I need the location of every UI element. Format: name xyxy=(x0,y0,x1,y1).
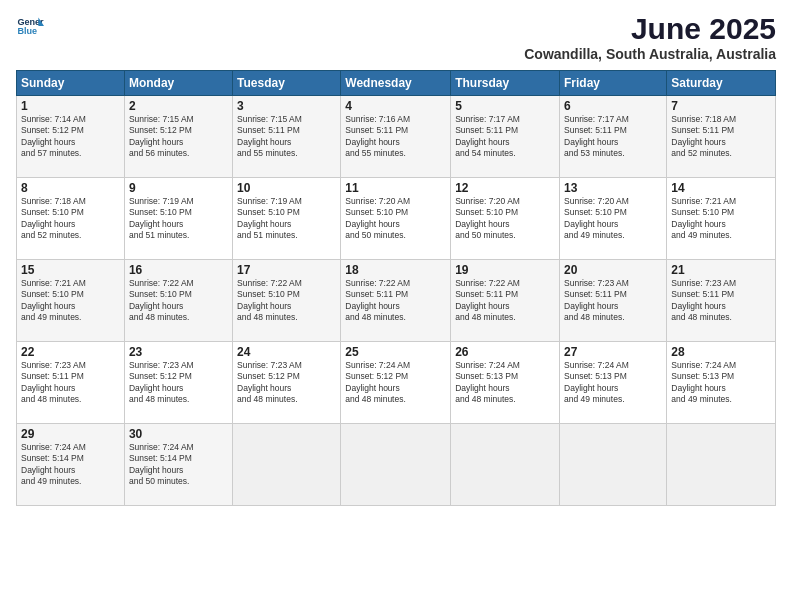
day-info: Sunrise: 7:21 AMSunset: 5:10 PMDaylight … xyxy=(671,196,771,242)
day-info: Sunrise: 7:21 AMSunset: 5:10 PMDaylight … xyxy=(21,278,120,324)
day-info: Sunrise: 7:20 AMSunset: 5:10 PMDaylight … xyxy=(564,196,662,242)
page: General Blue June 2025 Cowandilla, South… xyxy=(0,0,792,612)
logo: General Blue xyxy=(16,12,44,40)
calendar-cell: 16Sunrise: 7:22 AMSunset: 5:10 PMDayligh… xyxy=(124,260,232,342)
day-info: Sunrise: 7:23 AMSunset: 5:11 PMDaylight … xyxy=(21,360,120,406)
day-number: 30 xyxy=(129,427,228,441)
col-friday: Friday xyxy=(560,71,667,96)
day-info: Sunrise: 7:23 AMSunset: 5:11 PMDaylight … xyxy=(564,278,662,324)
calendar-cell: 2Sunrise: 7:15 AMSunset: 5:12 PMDaylight… xyxy=(124,96,232,178)
day-info: Sunrise: 7:24 AMSunset: 5:12 PMDaylight … xyxy=(345,360,446,406)
calendar-cell: 10Sunrise: 7:19 AMSunset: 5:10 PMDayligh… xyxy=(233,178,341,260)
calendar-cell: 11Sunrise: 7:20 AMSunset: 5:10 PMDayligh… xyxy=(341,178,451,260)
calendar-cell: 24Sunrise: 7:23 AMSunset: 5:12 PMDayligh… xyxy=(233,342,341,424)
col-sunday: Sunday xyxy=(17,71,125,96)
day-number: 24 xyxy=(237,345,336,359)
day-number: 20 xyxy=(564,263,662,277)
day-number: 27 xyxy=(564,345,662,359)
day-number: 9 xyxy=(129,181,228,195)
header: General Blue June 2025 Cowandilla, South… xyxy=(16,12,776,62)
day-info: Sunrise: 7:22 AMSunset: 5:11 PMDaylight … xyxy=(345,278,446,324)
day-info: Sunrise: 7:14 AMSunset: 5:12 PMDaylight … xyxy=(21,114,120,160)
calendar-cell: 9Sunrise: 7:19 AMSunset: 5:10 PMDaylight… xyxy=(124,178,232,260)
day-info: Sunrise: 7:23 AMSunset: 5:11 PMDaylight … xyxy=(671,278,771,324)
day-number: 10 xyxy=(237,181,336,195)
calendar-table: Sunday Monday Tuesday Wednesday Thursday… xyxy=(16,70,776,506)
day-number: 16 xyxy=(129,263,228,277)
day-info: Sunrise: 7:24 AMSunset: 5:14 PMDaylight … xyxy=(129,442,228,488)
day-number: 29 xyxy=(21,427,120,441)
calendar-week-row: 29Sunrise: 7:24 AMSunset: 5:14 PMDayligh… xyxy=(17,424,776,506)
day-info: Sunrise: 7:23 AMSunset: 5:12 PMDaylight … xyxy=(129,360,228,406)
day-info: Sunrise: 7:23 AMSunset: 5:12 PMDaylight … xyxy=(237,360,336,406)
day-number: 1 xyxy=(21,99,120,113)
calendar-cell xyxy=(451,424,560,506)
day-number: 12 xyxy=(455,181,555,195)
calendar-cell: 25Sunrise: 7:24 AMSunset: 5:12 PMDayligh… xyxy=(341,342,451,424)
calendar-week-row: 15Sunrise: 7:21 AMSunset: 5:10 PMDayligh… xyxy=(17,260,776,342)
calendar-cell: 22Sunrise: 7:23 AMSunset: 5:11 PMDayligh… xyxy=(17,342,125,424)
calendar-week-row: 1Sunrise: 7:14 AMSunset: 5:12 PMDaylight… xyxy=(17,96,776,178)
day-info: Sunrise: 7:17 AMSunset: 5:11 PMDaylight … xyxy=(455,114,555,160)
day-number: 26 xyxy=(455,345,555,359)
calendar-cell: 12Sunrise: 7:20 AMSunset: 5:10 PMDayligh… xyxy=(451,178,560,260)
day-number: 6 xyxy=(564,99,662,113)
col-thursday: Thursday xyxy=(451,71,560,96)
col-monday: Monday xyxy=(124,71,232,96)
calendar-cell xyxy=(667,424,776,506)
day-info: Sunrise: 7:22 AMSunset: 5:10 PMDaylight … xyxy=(129,278,228,324)
day-info: Sunrise: 7:15 AMSunset: 5:11 PMDaylight … xyxy=(237,114,336,160)
day-number: 21 xyxy=(671,263,771,277)
calendar-cell: 4Sunrise: 7:16 AMSunset: 5:11 PMDaylight… xyxy=(341,96,451,178)
day-number: 14 xyxy=(671,181,771,195)
day-number: 13 xyxy=(564,181,662,195)
day-info: Sunrise: 7:20 AMSunset: 5:10 PMDaylight … xyxy=(345,196,446,242)
day-number: 3 xyxy=(237,99,336,113)
logo-icon: General Blue xyxy=(16,12,44,40)
day-number: 11 xyxy=(345,181,446,195)
calendar-cell: 14Sunrise: 7:21 AMSunset: 5:10 PMDayligh… xyxy=(667,178,776,260)
day-info: Sunrise: 7:16 AMSunset: 5:11 PMDaylight … xyxy=(345,114,446,160)
day-info: Sunrise: 7:18 AMSunset: 5:10 PMDaylight … xyxy=(21,196,120,242)
calendar-cell: 6Sunrise: 7:17 AMSunset: 5:11 PMDaylight… xyxy=(560,96,667,178)
calendar-cell: 5Sunrise: 7:17 AMSunset: 5:11 PMDaylight… xyxy=(451,96,560,178)
calendar-cell: 19Sunrise: 7:22 AMSunset: 5:11 PMDayligh… xyxy=(451,260,560,342)
day-number: 25 xyxy=(345,345,446,359)
calendar-cell: 26Sunrise: 7:24 AMSunset: 5:13 PMDayligh… xyxy=(451,342,560,424)
day-info: Sunrise: 7:19 AMSunset: 5:10 PMDaylight … xyxy=(237,196,336,242)
calendar-cell xyxy=(233,424,341,506)
calendar-cell: 28Sunrise: 7:24 AMSunset: 5:13 PMDayligh… xyxy=(667,342,776,424)
calendar-cell: 8Sunrise: 7:18 AMSunset: 5:10 PMDaylight… xyxy=(17,178,125,260)
day-number: 8 xyxy=(21,181,120,195)
day-number: 17 xyxy=(237,263,336,277)
day-info: Sunrise: 7:24 AMSunset: 5:13 PMDaylight … xyxy=(564,360,662,406)
calendar-header-row: Sunday Monday Tuesday Wednesday Thursday… xyxy=(17,71,776,96)
main-title: June 2025 xyxy=(524,12,776,46)
day-number: 22 xyxy=(21,345,120,359)
calendar-cell xyxy=(341,424,451,506)
calendar-cell: 17Sunrise: 7:22 AMSunset: 5:10 PMDayligh… xyxy=(233,260,341,342)
day-info: Sunrise: 7:17 AMSunset: 5:11 PMDaylight … xyxy=(564,114,662,160)
calendar-cell: 15Sunrise: 7:21 AMSunset: 5:10 PMDayligh… xyxy=(17,260,125,342)
calendar-week-row: 22Sunrise: 7:23 AMSunset: 5:11 PMDayligh… xyxy=(17,342,776,424)
day-info: Sunrise: 7:24 AMSunset: 5:14 PMDaylight … xyxy=(21,442,120,488)
calendar-cell: 13Sunrise: 7:20 AMSunset: 5:10 PMDayligh… xyxy=(560,178,667,260)
day-info: Sunrise: 7:22 AMSunset: 5:11 PMDaylight … xyxy=(455,278,555,324)
day-info: Sunrise: 7:18 AMSunset: 5:11 PMDaylight … xyxy=(671,114,771,160)
col-saturday: Saturday xyxy=(667,71,776,96)
calendar-cell xyxy=(560,424,667,506)
day-number: 19 xyxy=(455,263,555,277)
calendar-week-row: 8Sunrise: 7:18 AMSunset: 5:10 PMDaylight… xyxy=(17,178,776,260)
day-info: Sunrise: 7:24 AMSunset: 5:13 PMDaylight … xyxy=(671,360,771,406)
calendar-cell: 20Sunrise: 7:23 AMSunset: 5:11 PMDayligh… xyxy=(560,260,667,342)
day-info: Sunrise: 7:19 AMSunset: 5:10 PMDaylight … xyxy=(129,196,228,242)
calendar-cell: 27Sunrise: 7:24 AMSunset: 5:13 PMDayligh… xyxy=(560,342,667,424)
title-block: June 2025 Cowandilla, South Australia, A… xyxy=(524,12,776,62)
calendar-cell: 29Sunrise: 7:24 AMSunset: 5:14 PMDayligh… xyxy=(17,424,125,506)
day-info: Sunrise: 7:20 AMSunset: 5:10 PMDaylight … xyxy=(455,196,555,242)
day-number: 18 xyxy=(345,263,446,277)
calendar-cell: 3Sunrise: 7:15 AMSunset: 5:11 PMDaylight… xyxy=(233,96,341,178)
day-number: 23 xyxy=(129,345,228,359)
day-number: 7 xyxy=(671,99,771,113)
day-number: 5 xyxy=(455,99,555,113)
